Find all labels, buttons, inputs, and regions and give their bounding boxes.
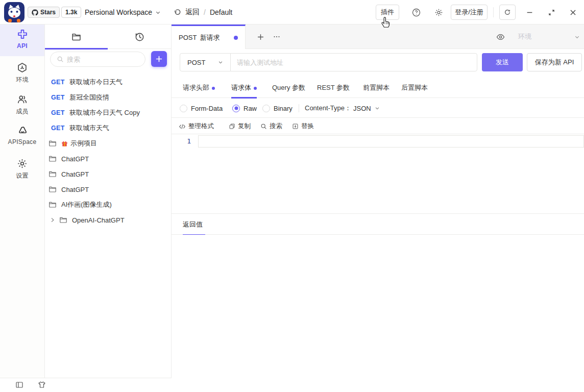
workspace-name: Persional Workspace: [85, 8, 152, 16]
tab-request-headers[interactable]: 请求头部: [183, 78, 215, 98]
history-clock-icon: [135, 32, 144, 42]
tree-item-request[interactable]: GET 获取城市今日天气 Copy: [45, 105, 171, 120]
chevron-right-icon[interactable]: [50, 217, 55, 223]
editor-current-line[interactable]: [198, 135, 584, 148]
github-stars-count: 1.3k: [61, 7, 81, 18]
folder-icon: [48, 201, 57, 209]
content-type-value: JSON: [353, 105, 371, 112]
replace-button[interactable]: 替换: [292, 118, 314, 134]
close-button[interactable]: [568, 7, 578, 17]
open-request-tab[interactable]: POST 新请求: [172, 24, 246, 49]
format-button[interactable]: 整理格式: [179, 118, 214, 134]
radio-label: Binary: [274, 105, 293, 112]
breadcrumb: 返回 / Default: [174, 0, 232, 24]
tab-request-body[interactable]: 请求体: [231, 78, 257, 98]
settings-gear-icon[interactable]: [434, 8, 443, 17]
workspace-selector[interactable]: Persional Workspace: [85, 0, 161, 24]
save-as-new-api-button[interactable]: 保存为新 API: [527, 53, 582, 71]
radio-form-data[interactable]: Form-Data: [180, 99, 223, 118]
nav-rail: API 环境 成员 APISpace 设置: [0, 24, 45, 378]
content-type-select[interactable]: JSON: [353, 99, 380, 118]
postcat-logo-icon[interactable]: [4, 2, 25, 22]
tree-item-folder[interactable]: ChatGPT: [45, 182, 171, 197]
folder-icon: [48, 170, 57, 178]
search-input[interactable]: [67, 56, 133, 63]
add-api-button[interactable]: [151, 51, 167, 67]
tab-post-script[interactable]: 后置脚本: [401, 78, 428, 98]
tab-api-list[interactable]: [45, 24, 108, 49]
tree-item-folder[interactable]: ChatGPT: [45, 166, 171, 182]
folder-icon: [48, 139, 57, 148]
tab-more-button[interactable]: [270, 24, 284, 49]
chevron-down-icon: [375, 106, 380, 111]
apispace-icon: [17, 126, 28, 136]
nav-label: 设置: [16, 172, 29, 180]
response-header: 返回值: [172, 213, 584, 235]
radio-binary[interactable]: Binary: [262, 99, 293, 118]
environment-selector[interactable]: 环境: [496, 24, 580, 49]
tab-rest-params[interactable]: REST 参数: [317, 78, 350, 98]
new-tab-button[interactable]: [253, 24, 267, 49]
method-badge: GET: [51, 79, 69, 86]
nav-label: APISpace: [8, 138, 37, 145]
topbar-divider: [493, 7, 494, 17]
search-button[interactable]: 搜索: [260, 118, 282, 134]
tree-item-folder[interactable]: ChatGPT: [45, 151, 171, 166]
tab-query-params[interactable]: Query 参数: [272, 78, 305, 98]
eye-icon[interactable]: [496, 33, 505, 41]
plugin-button[interactable]: 插件: [376, 5, 399, 20]
maximize-button[interactable]: [546, 7, 556, 17]
unsaved-dot: [234, 36, 238, 40]
url-input[interactable]: [230, 53, 477, 71]
github-stars-badge[interactable]: Stars 1.3k: [28, 7, 81, 18]
folder-icon: [71, 32, 81, 42]
search-box[interactable]: [50, 52, 145, 67]
method-badge: GET: [51, 109, 69, 116]
radio-raw[interactable]: Raw: [232, 99, 257, 118]
response-tab[interactable]: 返回值: [183, 214, 203, 235]
tree-item-folder[interactable]: AI作画(图像生成): [45, 197, 171, 212]
nav-label: API: [17, 42, 28, 50]
replace-icon: [292, 123, 299, 130]
breadcrumb-separator: /: [204, 8, 206, 16]
nav-item-api[interactable]: API: [0, 24, 44, 56]
help-icon[interactable]: [412, 8, 421, 17]
tool-label: 整理格式: [188, 122, 214, 131]
send-button[interactable]: 发送: [482, 53, 523, 71]
folder-icon: [48, 185, 57, 193]
nav-item-apispace[interactable]: APISpace: [0, 121, 44, 150]
method-value: POST: [187, 59, 205, 66]
tree-item-request[interactable]: GET 新冠全国疫情: [45, 90, 171, 105]
api-icon: [17, 29, 28, 40]
back-arrow-icon[interactable]: [174, 9, 181, 16]
copy-icon: [229, 123, 235, 130]
method-select[interactable]: POST: [180, 53, 231, 71]
tab-label: REST 参数: [317, 83, 350, 92]
back-button[interactable]: 返回: [185, 8, 200, 17]
refresh-button[interactable]: [499, 5, 516, 20]
tree-item-folder[interactable]: 示例项目: [45, 136, 171, 151]
tree-item-request[interactable]: GET 获取城市今日天气: [45, 75, 171, 90]
github-stars-label: Stars: [40, 9, 56, 16]
collapse-sidebar-icon[interactable]: [15, 381, 24, 389]
nav-item-settings[interactable]: 设置: [0, 154, 44, 183]
minimize-button[interactable]: [524, 7, 534, 17]
body-editor[interactable]: 1: [172, 134, 584, 213]
tree-item-request[interactable]: GET 获取城市天气: [45, 120, 171, 136]
login-register-button[interactable]: 登录/注册: [451, 5, 488, 20]
folder-name: OpenAI-ChatGPT: [72, 216, 125, 224]
nav-item-environment[interactable]: 环境: [0, 58, 44, 88]
copy-button[interactable]: 复制: [229, 118, 251, 134]
tab-pre-script[interactable]: 前置脚本: [363, 78, 390, 98]
tree-item-folder-expandable[interactable]: OpenAI-ChatGPT: [45, 212, 171, 228]
settings-icon: [17, 158, 28, 169]
theme-skin-icon[interactable]: [38, 381, 46, 389]
tool-label: 复制: [238, 122, 251, 131]
ellipsis-icon: [273, 33, 280, 40]
tab-name: 新请求: [200, 33, 220, 42]
tab-method: POST: [179, 34, 197, 41]
environment-icon: [17, 62, 28, 73]
tab-history[interactable]: [108, 24, 171, 49]
radio-label: Form-Data: [191, 105, 223, 112]
nav-item-members[interactable]: 成员: [0, 90, 44, 119]
